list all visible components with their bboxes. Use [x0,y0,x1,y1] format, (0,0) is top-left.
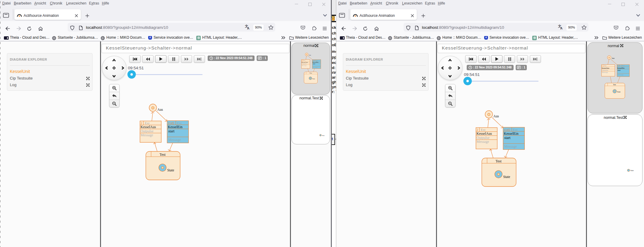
svg-text:start: start [168,129,175,133]
svg-text:KesselAus: KesselAus [302,62,308,63]
svg-text:State: State [167,168,174,172]
svg-text:Message: Message [302,65,307,66]
svg-text:Ext: Ext [316,60,318,61]
svg-text:2: 2 [302,60,302,61]
svg-text:1145: 1145 [617,65,621,67]
svg-text:Outpulse: Outpulse [302,63,307,65]
svg-text:Ext: Ext [622,65,625,67]
svg-text:Test: Test [613,84,616,86]
svg-text:KesselEin: KesselEin [617,67,624,69]
svg-text:Aus: Aus [157,108,163,111]
svg-text:Test: Test [496,159,502,163]
svg-text:Message: Message [618,74,624,76]
svg-text:Ext: Ext [177,121,182,125]
svg-text:KesselAus: KesselAus [477,131,492,136]
svg-text:Ext: Ext [145,121,149,125]
svg-text:State: State [312,78,315,80]
svg-text:State: State [503,175,510,179]
svg-text:start: start [504,136,511,140]
svg-text:start: start [313,63,316,65]
svg-text:Ext: Ext [513,128,517,131]
svg-text:Aus: Aus [612,57,615,59]
svg-text:KesselEin: KesselEin [168,125,183,129]
svg-text:2: 2 [602,65,603,67]
svg-text:Message: Message [504,144,517,149]
svg-text:Message: Message [141,133,153,137]
svg-text:KesselAus: KesselAus [602,67,610,69]
svg-text:Ext: Ext [481,128,485,131]
svg-text:Ext: Ext [304,60,306,61]
svg-text:Test: Test [160,152,166,157]
svg-text:KesselEin: KesselEin [504,131,519,136]
svg-text:start: start [618,69,621,71]
svg-text:Outpulse: Outpulse [141,129,154,133]
svg-text:Message: Message [602,71,608,73]
svg-text:Test: Test [310,72,312,74]
svg-text:Aus: Aus [493,114,499,118]
svg-text:Ext: Ext [604,65,607,67]
svg-text:2: 2 [141,121,142,125]
svg-text:KesselAus: KesselAus [141,125,156,129]
svg-text:KesselEin: KesselEin [313,62,319,63]
svg-text:Message: Message [168,138,181,142]
svg-text:1145: 1145 [168,121,175,125]
svg-text:Aus: Aus [309,54,311,56]
svg-text:1145: 1145 [504,128,511,131]
svg-text:Message: Message [313,67,318,68]
svg-text:Message: Message [477,140,489,144]
svg-text:1145: 1145 [313,60,315,61]
svg-text:Outpulse: Outpulse [477,136,490,140]
svg-text:State: State [617,91,621,93]
svg-text:Outpulse: Outpulse [602,69,608,71]
svg-text:2: 2 [477,128,478,131]
